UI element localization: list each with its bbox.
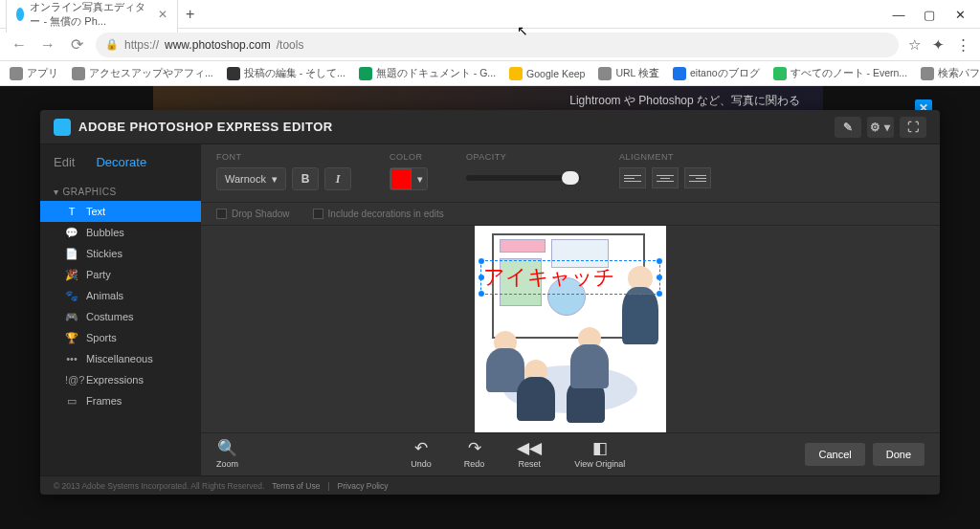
font-dropdown[interactable]: Warnock▾ [216,167,286,190]
sidebar-item-bubbles[interactable]: 💬Bubbles [40,222,201,243]
sidebar-item-label: Frames [86,395,122,407]
editor-footer-bar: 🔍Zoom ↶Undo ↷Redo ◀◀Reset ◧View Original… [201,432,940,475]
tab-strip: オンライン写真エディター - 無償の Ph... ✕ + [0,0,980,29]
editor-header: ADOBE PHOTOSHOP EXPRESS EDITOR ✎ ⚙ ▾ ⛶ [40,110,940,144]
nav-forward-icon[interactable]: → [38,36,57,54]
sidebar-item-stickies[interactable]: 📄Stickies [40,243,201,264]
bookmark-favicon-icon [359,67,372,80]
sidebar-item-text[interactable]: TText [40,201,201,222]
color-picker[interactable]: ▾ [390,167,428,190]
align-right-button[interactable] [684,167,711,188]
align-left-button[interactable] [619,167,646,188]
bookmarks-bar: アプリ アクセスアップやアフィ...投稿の編集 - そして...無題のドキュメン… [0,61,980,86]
bookmark-favicon-icon [673,67,686,80]
sidebar-item-miscellaneous[interactable]: •••Miscellaneous [40,348,201,369]
sports-icon: 🏆 [65,332,78,344]
window-maximize[interactable]: ▢ [923,8,936,21]
bookmark-favicon-icon [227,67,240,80]
bookmark-favicon-icon [509,67,523,80]
extension-icon[interactable]: ✦ [932,36,945,54]
opacity-slider[interactable] [466,175,581,181]
stickies-icon: 📄 [65,248,78,260]
color-swatch [390,168,412,189]
view-original-button[interactable]: ◧View Original [574,440,625,469]
slider-thumb[interactable] [562,171,579,185]
sidebar-item-animals[interactable]: 🐾Animals [40,285,201,306]
expressions-icon: !@? [65,374,78,386]
zoom-icon: 🔍 [217,440,237,457]
italic-button[interactable]: I [324,167,351,190]
tab-decorate[interactable]: Decorate [96,155,146,169]
canvas-area[interactable]: アイキャッチ [201,226,940,432]
opacity-label: OPACITY [466,152,581,162]
bookmark-favicon-icon [921,67,934,80]
bookmark-item[interactable]: 無題のドキュメント - G... [359,67,496,80]
bookmark-favicon-icon [598,67,612,80]
nav-reload-icon[interactable]: ⟳ [67,35,86,54]
canvas-image[interactable]: アイキャッチ [475,226,666,432]
done-button[interactable]: Done [873,443,924,466]
ps-logo-icon [54,119,71,136]
bookmark-item[interactable]: アクセスアップやアフィ... [72,67,213,80]
sidebar: Edit Decorate ▾GRAPHICS TText💬Bubbles📄St… [40,144,201,475]
apps-button[interactable]: アプリ [10,67,58,80]
address-bar: ← → ⟳ 🔒 https://www.photoshop.com/tools … [0,29,980,61]
sidebar-item-frames[interactable]: ▭Frames [40,390,201,411]
cancel-button[interactable]: Cancel [805,443,864,466]
include-decorations-checkbox[interactable]: Include decorations in edits [313,209,444,219]
sidebar-item-label: Stickies [86,248,122,259]
section-graphics[interactable]: ▾GRAPHICS [40,179,201,201]
url-input[interactable]: 🔒 https://www.photoshop.com/tools [96,33,899,57]
bookmark-item[interactable]: すべてのノート - Evern... [773,67,908,80]
zoom-button[interactable]: 🔍Zoom [216,440,238,469]
frames-icon: ▭ [65,395,78,408]
copyright-text: © 2013 Adobe Systems Incorporated. All R… [54,481,264,491]
favicon-icon [16,8,24,21]
tab-edit[interactable]: Edit [54,155,75,169]
sidebar-item-label: Expressions [86,374,144,386]
photoshop-express-editor: ADOBE PHOTOSHOP EXPRESS EDITOR ✎ ⚙ ▾ ⛶ E… [40,110,940,495]
browser-tab[interactable]: オンライン写真エディター - 無償の Ph... ✕ [6,0,178,33]
sidebar-item-expressions[interactable]: !@?Expressions [40,369,201,390]
reset-button[interactable]: ◀◀Reset [517,440,542,469]
font-label: FONT [216,152,351,162]
bookmark-favicon-icon [773,67,787,80]
sidebar-item-label: Party [86,269,111,280]
undo-button[interactable]: ↶Undo [411,440,432,469]
bookmark-item[interactable]: eitanoのブログ [673,67,760,80]
window-minimize[interactable]: — [892,8,905,21]
align-center-button[interactable] [652,167,679,188]
bookmark-item[interactable]: 検索パフォーマンス [921,67,980,80]
sidebar-item-party[interactable]: 🎉Party [40,264,201,285]
sidebar-item-sports[interactable]: 🏆Sports [40,327,201,348]
view-original-icon: ◧ [592,440,608,457]
miscellaneous-icon: ••• [65,353,78,364]
star-icon[interactable]: ☆ [908,36,921,54]
settings-gear-icon[interactable]: ⚙ ▾ [867,117,894,138]
magic-wand-icon[interactable]: ✎ [835,117,861,138]
new-tab-button[interactable]: + [186,6,194,23]
drop-shadow-checkbox[interactable]: Drop Shadow [216,209,290,219]
bookmark-item[interactable]: Google Keep [509,67,585,80]
tab-title: オンライン写真エディター - 無償の Ph... [30,0,146,29]
redo-button[interactable]: ↷Redo [464,440,485,469]
window-close[interactable]: ✕ [953,8,967,21]
canvas-text-overlay[interactable]: アイキャッチ [480,260,660,295]
nav-back-icon[interactable]: ← [10,36,29,54]
animals-icon: 🐾 [65,290,78,302]
url-path: /tools [277,38,304,52]
bold-button[interactable]: B [292,167,319,190]
bookmark-favicon-icon [72,67,85,80]
terms-link[interactable]: Terms of Use [272,481,320,491]
fullscreen-icon[interactable]: ⛶ [900,117,926,138]
menu-icon[interactable]: ⋮ [956,36,970,54]
reset-icon: ◀◀ [517,440,542,457]
text-toolbar: FONT Warnock▾ B I COLOR ▾ OPACITY [201,144,940,203]
chevron-down-icon: ▾ [54,187,59,197]
tab-close-icon[interactable]: ✕ [158,8,167,21]
bookmark-item[interactable]: URL 検査 [598,67,659,80]
privacy-link[interactable]: Privacy Policy [338,481,389,491]
bookmark-item[interactable]: 投稿の編集 - そして... [227,67,345,80]
sidebar-item-costumes[interactable]: 🎮Costumes [40,306,201,327]
text-icon: T [65,206,78,217]
